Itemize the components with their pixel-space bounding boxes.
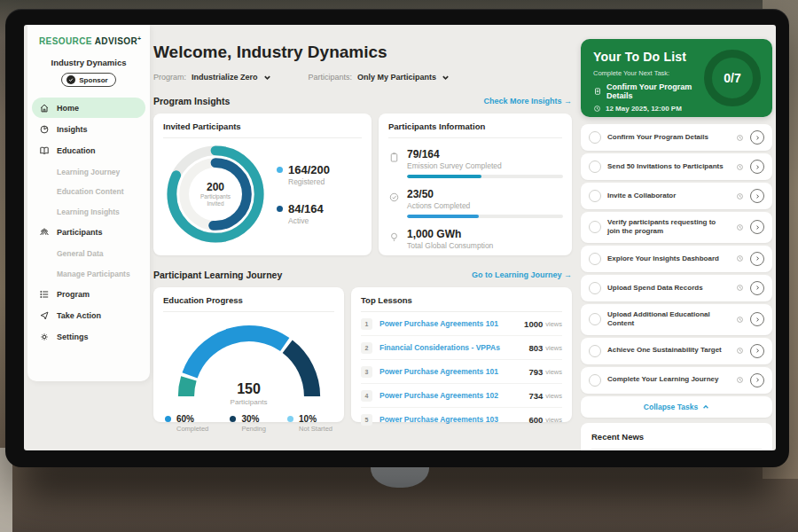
collapse-tasks-button[interactable]: Collapse Tasks: [581, 396, 772, 418]
top-lessons-card: Top Lessons 1 Power Purchase Agreements …: [351, 287, 572, 422]
pointer-icon: [39, 310, 50, 321]
check-more-insights-link[interactable]: Check More Insights →: [483, 97, 572, 106]
lightbulb-icon: [388, 231, 400, 243]
task-open-button[interactable]: [750, 130, 764, 145]
task-checkbox[interactable]: [589, 345, 601, 357]
lesson-link[interactable]: Power Purchase Agreements 101: [379, 319, 524, 328]
sidebar-item-take-action[interactable]: Take Action: [32, 306, 145, 326]
gear-icon: [39, 332, 50, 342]
home-icon: [39, 103, 50, 113]
lesson-rank: 5: [361, 414, 372, 426]
lesson-row: 3 Power Purchase Agreements 101 793 view…: [361, 360, 562, 384]
chevron-down-icon[interactable]: [263, 74, 271, 82]
clock-icon: [736, 347, 744, 355]
invited-legend: 164/200 Registered 84/164 Active: [277, 163, 330, 225]
task-open-button[interactable]: [750, 160, 764, 174]
clock-icon: [593, 105, 601, 113]
task-checkbox[interactable]: [589, 282, 601, 294]
sidebar-item-home[interactable]: Home: [32, 98, 145, 118]
task-row-explore-insights[interactable]: Explore Your Insights Dashboard: [581, 246, 772, 272]
top-lessons-title: Top Lessons: [361, 295, 562, 312]
task-row-invite-collaborator[interactable]: Invite a Collaborator: [581, 183, 772, 209]
clock-icon: [736, 316, 744, 324]
task-checkbox[interactable]: [589, 160, 601, 173]
sidebar-item-settings[interactable]: Settings: [32, 327, 145, 348]
todo-summary-card: Your To Do List Complete Your Next Task:…: [581, 39, 772, 117]
not-started-dot-icon: [287, 416, 293, 422]
task-open-button[interactable]: [750, 373, 764, 387]
lesson-link[interactable]: Financial Considerations - VPPAs: [379, 343, 528, 352]
filter-bar: Program: Industrialize Zero Participants…: [153, 73, 572, 82]
emission-survey-stat: 79/164 Emission Survey Completed: [388, 148, 562, 178]
education-progress-card: Education Progress 150 Participants: [153, 287, 344, 422]
task-row-send-invitations[interactable]: Send 50 Invitations to Participants: [581, 153, 772, 180]
people-icon: [39, 227, 50, 238]
task-row-complete-learning-journey[interactable]: Complete Your Learning Journey: [581, 367, 772, 394]
sidebar: RESOURCE ADVISOR+ Industry Dynamics Spon…: [27, 25, 150, 381]
monitor-bezel: RESOURCE ADVISOR+ Industry Dynamics Spon…: [5, 9, 789, 467]
task-row-verify-participants[interactable]: Verify participants requesting to join t…: [581, 212, 772, 243]
clock-icon: [736, 254, 744, 262]
program-insights-header: Program Insights Check More Insights →: [153, 96, 572, 106]
task-checkbox[interactable]: [589, 313, 601, 325]
registered-dot-icon: [277, 167, 283, 173]
task-open-button[interactable]: [750, 220, 764, 234]
page-title: Welcome, Industry Dynamics: [153, 43, 572, 62]
sidebar-item-manage-participants[interactable]: Manage Participants: [32, 263, 145, 284]
task-row-upload-educational-content[interactable]: Upload Additional Educational Content: [581, 304, 772, 335]
todo-next-task: Confirm Your Program Details: [593, 82, 708, 100]
actions-completed-progress-bar: [407, 215, 563, 218]
learning-cards-row: Education Progress 150 Participants: [153, 287, 572, 422]
list-icon: [39, 289, 50, 300]
sidebar-item-insights[interactable]: Insights: [32, 119, 145, 139]
dashboard-screen: RESOURCE ADVISOR+ Industry Dynamics Spon…: [24, 25, 776, 450]
task-checkbox[interactable]: [589, 131, 601, 144]
chevron-up-icon: [702, 403, 709, 411]
todo-panel: Your To Do List Complete Your Next Task:…: [581, 25, 772, 450]
program-filter-value[interactable]: Industrialize Zero: [192, 73, 258, 82]
chevron-down-icon[interactable]: [442, 74, 450, 82]
invited-donut-chart: 200 Participants Invited: [163, 142, 268, 246]
completed-legend-item: 60% Completed: [165, 414, 208, 433]
active-dot-icon: [277, 206, 283, 212]
pie-chart-icon: [39, 124, 50, 135]
sidebar-item-learning-journey[interactable]: Learning Journey: [32, 161, 145, 182]
participants-filter-value[interactable]: Only My Participants: [357, 73, 436, 82]
task-row-achieve-sustainability-target[interactable]: Achieve One Sustainability Target: [581, 338, 772, 364]
education-progress-title: Education Progress: [163, 295, 334, 312]
sidebar-item-learning-insights[interactable]: Learning Insights: [32, 201, 145, 222]
document-icon: [593, 87, 602, 96]
lesson-rank: 4: [361, 390, 372, 402]
task-open-button[interactable]: [750, 252, 764, 266]
sidebar-item-program[interactable]: Program: [32, 285, 145, 305]
task-checkbox[interactable]: [589, 374, 601, 387]
sidebar-item-education[interactable]: Education: [32, 140, 145, 160]
task-open-button[interactable]: [750, 312, 764, 326]
check-circle-icon: [388, 192, 400, 203]
lesson-link[interactable]: Power Purchase Agreements 101: [379, 367, 528, 376]
task-open-button[interactable]: [750, 189, 764, 203]
sidebar-item-participants[interactable]: Participants: [32, 223, 145, 243]
task-checkbox[interactable]: [589, 221, 601, 233]
task-row-confirm-program[interactable]: Confirm Your Program Details: [581, 124, 772, 151]
education-gauge-chart: 150 Participants: [168, 316, 331, 406]
lesson-row: 1 Power Purchase Agreements 101 1000 vie…: [361, 312, 562, 336]
sponsor-badge[interactable]: Sponsor: [61, 73, 115, 87]
clock-icon: [736, 223, 744, 231]
lesson-link[interactable]: Power Purchase Agreements 103: [379, 415, 528, 424]
todo-task-list: Confirm Your Program Details Send 50 Inv…: [581, 124, 772, 418]
lesson-rank: 2: [361, 342, 372, 354]
total-consumption-stat: 1,000 GWh Total Global Consumption: [388, 228, 562, 250]
sidebar-item-education-content[interactable]: Education Content: [32, 182, 145, 202]
task-row-upload-spend-data[interactable]: Upload Spend Data Records: [581, 275, 772, 301]
sidebar-item-general-data[interactable]: General Data: [32, 244, 145, 264]
learning-journey-heading: Participant Learning Journey: [153, 270, 282, 280]
task-checkbox[interactable]: [589, 253, 601, 265]
task-open-button[interactable]: [750, 281, 764, 295]
task-open-button[interactable]: [750, 344, 764, 358]
lesson-link[interactable]: Power Purchase Agreements 102: [379, 391, 528, 400]
task-checkbox[interactable]: [589, 190, 601, 202]
background: RESOURCE ADVISOR+ Industry Dynamics Spon…: [0, 0, 798, 532]
go-to-learning-journey-link[interactable]: Go to Learning Journey →: [472, 270, 572, 279]
lesson-row: 2 Financial Considerations - VPPAs 803 v…: [361, 336, 562, 360]
